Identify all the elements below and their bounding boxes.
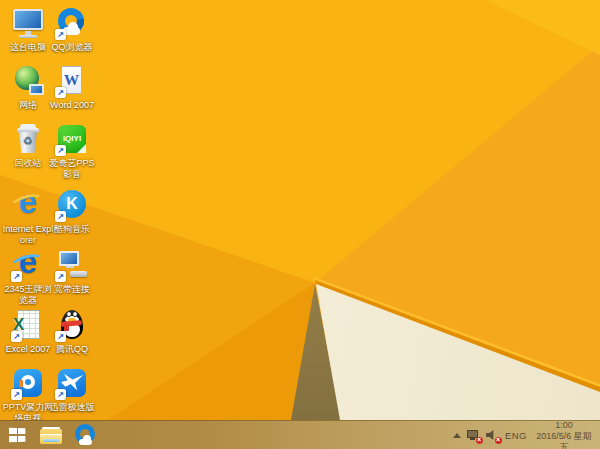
shortcut-arrow-icon: ↗ xyxy=(11,271,22,282)
desktop-icon-label: 迅雷极速版 xyxy=(46,402,98,413)
desktop-icon-label: 腾讯QQ xyxy=(46,344,98,355)
shortcut-arrow-icon: ↗ xyxy=(11,389,22,400)
qqbrowser-icon: ↗ xyxy=(55,6,89,40)
shortcut-arrow-icon: ↗ xyxy=(55,211,66,222)
desktop-icon-thunder[interactable]: ↗迅雷极速版 xyxy=(46,366,98,413)
shortcut-arrow-icon: ↗ xyxy=(55,271,66,282)
clock-time: 1:00 xyxy=(533,420,595,431)
network-disconnected-icon[interactable] xyxy=(467,430,480,442)
tray-expand-chevron-icon[interactable] xyxy=(453,433,461,438)
qq-icon: ↗ xyxy=(55,308,89,342)
desktop[interactable]: 这台电脑↗QQ浏览器网络W↗Word 2007♻回收站iQIYI↗爱奇艺PPS影… xyxy=(0,0,600,449)
desktop-icon-label: 爱奇艺PPS影音 xyxy=(46,158,98,180)
desktop-icon-label: Word 2007 xyxy=(46,100,98,111)
taskbar: ENG 1:00 2016/5/6 星期五 xyxy=(0,420,600,449)
volume-muted-icon[interactable] xyxy=(486,430,499,442)
file-explorer-button[interactable] xyxy=(34,421,68,449)
system-tray: ENG 1:00 2016/5/6 星期五 xyxy=(453,421,600,449)
shortcut-arrow-icon: ↗ xyxy=(55,87,66,98)
shortcut-arrow-icon: ↗ xyxy=(55,331,66,342)
shortcut-arrow-icon: ↗ xyxy=(55,145,66,156)
ie-icon: e xyxy=(11,188,45,222)
recycle-icon: ♻ xyxy=(11,122,45,156)
iqiyi-icon: iQIYI↗ xyxy=(55,122,89,156)
error-badge-icon xyxy=(476,437,483,444)
desktop-icon-label: QQ浏览器 xyxy=(46,42,98,53)
broadband-icon: ↗ xyxy=(55,248,89,282)
start-button[interactable] xyxy=(0,421,34,449)
shortcut-arrow-icon: ↗ xyxy=(11,331,22,342)
desktop-icon-qqbrowser[interactable]: ↗QQ浏览器 xyxy=(46,6,98,53)
shortcut-arrow-icon: ↗ xyxy=(55,29,66,40)
desktop-icons: 这台电脑↗QQ浏览器网络W↗Word 2007♻回收站iQIYI↗爱奇艺PPS影… xyxy=(0,0,600,420)
thunder-icon: ↗ xyxy=(55,366,89,400)
clock-date: 2016/5/6 星期五 xyxy=(533,431,595,449)
kugou-icon: K↗ xyxy=(55,188,89,222)
qq-browser-icon xyxy=(73,423,97,447)
windows-logo-icon xyxy=(8,428,24,443)
error-badge-icon xyxy=(495,437,502,444)
desktop-icon-broadband[interactable]: ↗宽带连接 xyxy=(46,248,98,295)
pc-icon xyxy=(11,6,45,40)
desktop-icon-kugou[interactable]: K↗酷狗音乐 xyxy=(46,188,98,235)
desktop-icon-label: 酷狗音乐 xyxy=(46,224,98,235)
clock[interactable]: 1:00 2016/5/6 星期五 xyxy=(533,419,595,449)
network-icon xyxy=(11,64,45,98)
desktop-icon-qq[interactable]: ↗腾讯QQ xyxy=(46,308,98,355)
desktop-icon-label: 宽带连接 xyxy=(46,284,98,295)
desktop-icon-iqiyi[interactable]: iQIYI↗爱奇艺PPS影音 xyxy=(46,122,98,180)
shortcut-arrow-icon: ↗ xyxy=(55,389,66,400)
excel-icon: X↗ xyxy=(11,308,45,342)
word-icon: W↗ xyxy=(55,64,89,98)
desktop-icon-word[interactable]: W↗Word 2007 xyxy=(46,64,98,111)
pptv-icon: ↗ xyxy=(11,366,45,400)
language-indicator[interactable]: ENG xyxy=(505,430,527,441)
qq-browser-taskbar-button[interactable] xyxy=(68,421,102,449)
browser2345-icon: e↗ xyxy=(11,248,45,282)
folder-icon xyxy=(40,427,62,444)
